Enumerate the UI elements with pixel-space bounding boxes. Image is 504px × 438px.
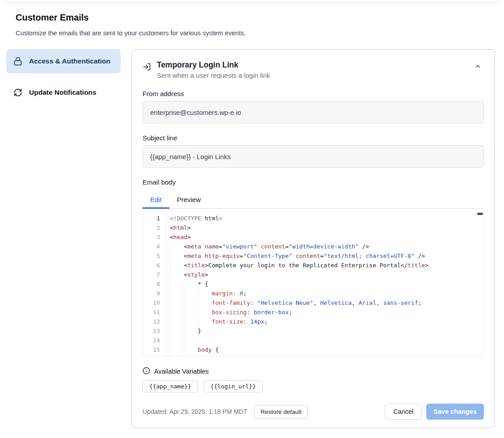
indent-guide [170, 307, 184, 317]
page-title: Customer Emails [16, 13, 88, 23]
code-line: * { [170, 279, 476, 289]
line-number: 1 [143, 214, 166, 223]
indent-guide [170, 289, 184, 298]
indent-guide [198, 298, 212, 307]
indent-guide [170, 326, 184, 336]
panel-title: Temporary Login Link [157, 60, 270, 70]
available-variables-row: Available Variables [143, 367, 484, 376]
email-body-label: Email body [143, 178, 484, 186]
indent-guide [198, 307, 212, 317]
code-line: font-size: 14px; [170, 317, 476, 326]
editor-scrollbar[interactable] [477, 212, 483, 356]
indent-guide [170, 251, 184, 261]
indent-guide [170, 279, 184, 289]
subject-line-input[interactable] [143, 145, 484, 168]
line-number: 11 [143, 307, 166, 317]
sidebar-item-label: Update Notifications [29, 87, 97, 98]
code-line: <style> [170, 270, 476, 279]
indent-guide [170, 270, 184, 279]
available-variables-label: Available Variables [154, 368, 209, 375]
from-address-input[interactable] [143, 101, 484, 123]
subject-line-label: Subject line [143, 134, 484, 142]
indent-guide [198, 336, 212, 345]
indent-guide [184, 336, 197, 345]
email-body-code-editor[interactable]: 12345678910111213141516 <!DOCTYPE html><… [143, 212, 484, 356]
email-types-sidebar: Access & Authentication Update Notificat… [6, 49, 121, 104]
code-line: } [170, 326, 476, 336]
collapse-panel-button[interactable] [472, 60, 484, 74]
indent-guide [184, 279, 197, 289]
code-line: <meta http-equiv="Content-Type" content=… [170, 251, 476, 261]
code-line: <!DOCTYPE html> [170, 214, 476, 223]
line-number: 15 [143, 345, 166, 354]
line-number: 16 [143, 354, 166, 356]
indent-guide [170, 354, 184, 356]
editor-gutter: 12345678910111213141516 [143, 212, 166, 356]
previous-card-edge [3, 0, 501, 3]
temporary-login-link-panel: Temporary Login Link Sent when a user re… [131, 49, 495, 428]
line-number: 14 [143, 336, 166, 345]
line-number: 8 [143, 279, 166, 289]
indent-guide [170, 242, 184, 251]
code-line [170, 336, 476, 345]
indent-guide [184, 354, 197, 356]
email-body-tabs: Edit Preview [143, 192, 484, 209]
line-number: 7 [143, 270, 166, 279]
indent-guide [184, 307, 197, 317]
tab-preview[interactable]: Preview [169, 192, 208, 208]
updated-timestamp: Updated: Apr 29, 2025, 1:18 PM MDT [143, 408, 247, 415]
from-address-label: From address [143, 90, 484, 97]
indent-guide [184, 317, 197, 326]
editor-code[interactable]: <!DOCTYPE html><html><head><meta name="v… [166, 212, 483, 356]
indent-guide [184, 326, 197, 336]
indent-guide [184, 345, 197, 354]
info-icon [143, 367, 150, 376]
variable-chip-app-name[interactable]: {{app_name}} [143, 380, 198, 392]
code-line: <html> [170, 223, 476, 232]
code-line: <meta name="viewport" content="width=dev… [170, 242, 476, 251]
variable-chips: {{app_name}} {{login_url}} [143, 380, 484, 392]
sidebar-item-update-notifications[interactable]: Update Notifications [6, 81, 121, 104]
indent-guide [170, 345, 184, 354]
page-subtitle: Customize the emails that are sent to yo… [16, 29, 246, 37]
indent-guide [184, 298, 197, 307]
variable-chip-login-url[interactable]: {{login_url}} [204, 380, 263, 392]
save-changes-button[interactable]: Save changes [426, 404, 484, 420]
indent-guide [170, 298, 184, 307]
line-number: 10 [143, 298, 166, 307]
line-number: 4 [143, 242, 166, 251]
refresh-icon [13, 88, 22, 97]
line-number: 9 [143, 289, 166, 298]
sidebar-item-label: Access & Authentication [29, 56, 110, 67]
customer-emails-page: Customer Emails Customize the emails tha… [0, 0, 504, 438]
editor-scrollbar-thumb[interactable] [477, 213, 483, 215]
indent-guide [198, 317, 212, 326]
cancel-button[interactable]: Cancel [385, 404, 422, 420]
code-line: box-sizing: border-box; [170, 307, 476, 317]
line-number: 13 [143, 326, 166, 336]
lock-icon [13, 57, 22, 66]
indent-guide [170, 336, 184, 345]
indent-guide [198, 354, 212, 356]
panel-footer: Updated: Apr 29, 2025, 1:18 PM MDT Resto… [143, 404, 484, 420]
line-number: 6 [143, 261, 166, 270]
tab-edit[interactable]: Edit [143, 192, 169, 208]
indent-guide [170, 317, 184, 326]
code-line: margin: 0; [170, 289, 476, 298]
chevron-up-icon [475, 64, 481, 71]
code-line: <head> [170, 232, 476, 242]
code-line: font-family: "Helvetica Neue", Helvetica… [170, 298, 476, 307]
log-in-icon [143, 63, 151, 73]
panel-titles: Temporary Login Link Sent when a user re… [157, 60, 270, 79]
indent-guide [170, 261, 184, 270]
line-number: 5 [143, 251, 166, 261]
panel-header: Temporary Login Link Sent when a user re… [143, 60, 484, 79]
indent-guide [198, 289, 212, 298]
sidebar-item-access-authentication[interactable]: Access & Authentication [6, 49, 121, 73]
line-number: 2 [143, 223, 166, 232]
line-number: 3 [143, 232, 166, 242]
line-number: 12 [143, 317, 166, 326]
panel-subtitle: Sent when a user requests a login link [157, 72, 270, 79]
code-line: background-color: #f6f6f6; [170, 354, 476, 356]
restore-default-button[interactable]: Restore default [254, 405, 308, 419]
